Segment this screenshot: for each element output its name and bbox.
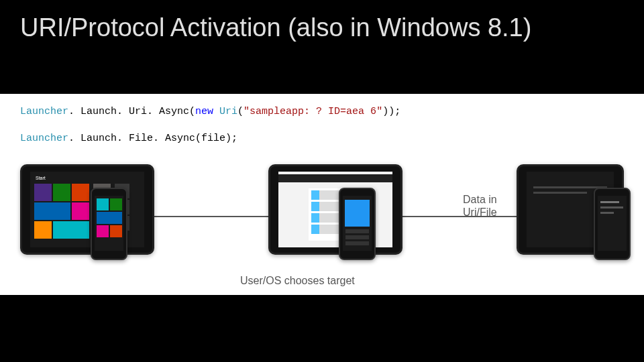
- start-tile: [72, 184, 89, 201]
- phone-screen: [95, 196, 123, 251]
- code-token: ));: [382, 106, 400, 117]
- code-token: . Launch. File. Async(file);: [68, 133, 237, 144]
- tablet-device: [268, 164, 402, 255]
- chooser-option: [345, 235, 369, 239]
- start-tile: [97, 225, 109, 237]
- start-tile: [53, 184, 70, 201]
- start-tile: [34, 202, 70, 220]
- start-tile: [72, 202, 89, 220]
- tablet-device: Start: [20, 164, 154, 255]
- code-line-2: Launcher. Launch. File. Async(file);: [20, 133, 237, 144]
- phone-device: [339, 188, 376, 260]
- phone-screen: [343, 196, 372, 251]
- target-text-line: [600, 201, 619, 203]
- phone-screen: [598, 196, 627, 251]
- slide-title: URI/Protocol Activation (also in Windows…: [20, 13, 531, 42]
- target-text-line: [600, 206, 623, 208]
- code-token: . Launch. Uri. Async(: [68, 106, 195, 117]
- phone-device: [91, 188, 127, 260]
- start-tile: [110, 225, 122, 237]
- code-token: "sampleapp: ? ID=aea 6": [244, 106, 382, 117]
- code-token: new: [195, 106, 219, 117]
- phone-chooser-panel: [345, 200, 370, 227]
- code-token: Uri: [219, 106, 237, 117]
- phone-device: [594, 188, 631, 260]
- start-tile: [97, 212, 122, 224]
- annotation-user-chooses: User/OS chooses target: [240, 275, 355, 287]
- target-text-line: [600, 212, 614, 214]
- code-token: Launcher: [20, 133, 68, 144]
- content-area: Launcher. Launch. Uri. Async(new Uri("sa…: [0, 94, 644, 295]
- start-tile: [34, 184, 52, 201]
- chooser-option: [345, 241, 369, 245]
- code-line-1: Launcher. Launch. Uri. Async(new Uri("sa…: [20, 106, 400, 117]
- start-tile: [53, 221, 89, 239]
- code-token: (: [237, 106, 244, 117]
- start-tile: [34, 221, 52, 239]
- chooser-option: [345, 229, 369, 233]
- chooser-header: [278, 174, 392, 182]
- annotation-data-in-uri-file: Data in Uri/File: [463, 193, 497, 219]
- start-tile: [110, 198, 122, 210]
- code-token: Launcher: [20, 106, 68, 117]
- target-text-line: [533, 192, 587, 194]
- start-tile: [97, 198, 109, 210]
- start-label: Start: [36, 176, 46, 180]
